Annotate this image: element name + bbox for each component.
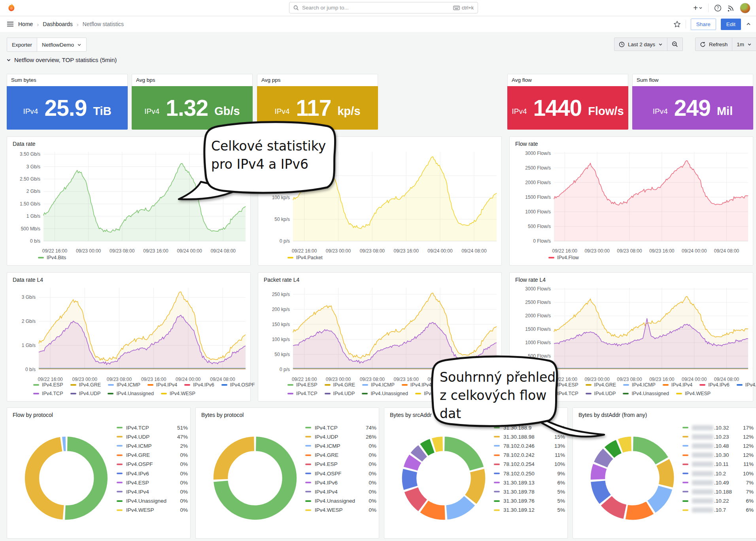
legend-item[interactable]: IPv4.ESP [33,382,63,388]
panel-bytes-by-dstaddr[interactable]: Bytes by dstAddr (from any).10.3217%.10.… [573,407,756,539]
add-new-button[interactable]: + [693,4,703,12]
legend-item[interactable]: .10.226% [682,497,754,505]
edit-button[interactable]: Edit [721,19,741,30]
star-icon[interactable] [673,21,681,28]
legend-item[interactable]: IPv4.WESP [161,391,195,396]
legend-item[interactable]: IPv4.IPv40% [305,488,376,496]
panel-bytes-by-protocol[interactable]: Bytes by protocolIPv4.TCP74%IPv4.UDP26%I… [195,407,379,539]
legend-item[interactable]: IPv4.UDP [70,391,101,396]
legend-item[interactable]: IPv4.Packet [287,255,323,260]
legend-item[interactable]: .10.1887% [682,488,754,496]
legend-item[interactable]: IPv4.Unassigned0% [117,497,188,505]
user-avatar[interactable] [740,3,750,13]
panel-flow-rate-l4[interactable]: Flow rate L43000 Flow/s2500 Flow/s2000 F… [509,272,753,402]
panel-bytes-by-srcaddr[interactable]: Bytes by srcAddr31.30.188.921%31.30.188.… [384,407,568,539]
legend-item[interactable]: .10.4812% [682,442,754,450]
legend-item[interactable]: .10.3012% [682,451,754,459]
legend-item[interactable]: IPv4.WESP [676,391,711,396]
legend-item[interactable]: IPv4.WESP0% [117,506,188,514]
legend-item[interactable]: IPv4.IPv4 [147,382,178,388]
legend-item[interactable]: IPv4.ESP0% [305,460,376,468]
legend-item[interactable]: IPv4.ICMP [362,382,395,388]
panel-packet-rate-l4[interactable]: Packet rate L4250 kp/s200 kp/s150 kp/s10… [258,272,502,402]
timeseries-chart[interactable]: 3000 Flow/s2500 Flow/s2000 Flow/s1500 Fl… [510,137,753,265]
legend-item[interactable]: 31.30.188.9815% [494,433,565,441]
panel-packet-rate[interactable]: Packet rate150 kp/s100 kp/s50 kp/s0 p/s0… [258,136,502,266]
legend-item[interactable]: IPv4.Unassigned [362,391,408,396]
legend-item[interactable]: IPv4.IPv4 [663,382,693,388]
panel-title[interactable]: Avg pps [261,77,281,83]
legend-item[interactable]: IPv4.TCP [287,391,318,396]
panel-flow-by-protocol[interactable]: Flow by protocolIPv4.TCP51%IPv4.UDP47%IP… [7,407,191,539]
legend-item[interactable]: IPv4.GRE [70,382,101,388]
legend-item[interactable]: IPv4.GRE [325,382,355,388]
share-button[interactable]: Share [691,19,716,30]
legend-item[interactable]: IPv4.Bits [38,255,66,260]
legend-item[interactable]: IPv4.ESP0% [117,479,188,486]
refresh-button[interactable]: Refresh [695,38,732,51]
legend-item[interactable]: IPv4.GRE [586,382,616,388]
legend-item[interactable]: 31.30.189.125% [494,506,565,514]
legend-item[interactable]: IPv4.ICMP2% [117,442,188,450]
legend-item[interactable]: IPv4.WESP0% [305,506,376,514]
news-rss-icon[interactable] [727,4,734,11]
panel-title[interactable]: Sum flow [637,77,659,83]
legend-item[interactable]: IPv4.IPv40% [117,488,188,496]
legend-item[interactable]: IPv4.TCP [548,391,578,396]
panel-flow-rate[interactable]: Flow rate3000 Flow/s2500 Flow/s2000 Flow… [509,136,753,266]
legend-item[interactable]: IPv4.TCP51% [117,424,188,432]
legend-item[interactable]: 78.102.0.24613% [494,442,565,450]
legend-item[interactable]: IPv4.Unassigned0% [305,497,376,505]
breadcrumb-dashboards[interactable]: Dashboards [43,21,73,27]
legend-item[interactable]: .10.3217% [682,424,754,432]
legend-item[interactable]: IPv4.ESP [548,382,578,388]
legend-item[interactable]: .10.1111% [682,460,754,468]
legend-item[interactable]: 78.102.0.2509% [494,469,565,477]
legend-item[interactable]: 78.102.0.24211% [494,451,565,459]
refresh-interval-dropdown[interactable]: 1m [732,38,756,51]
time-range-picker[interactable]: Last 2 days [614,38,667,51]
legend-item[interactable]: IPv4.IPv60% [305,479,376,486]
legend-item[interactable]: IPv4.ESP [287,382,318,388]
legend-item[interactable]: IPv4.UDP [586,391,616,396]
legend-item[interactable]: IPv4.Flow [548,255,579,260]
legend-item[interactable]: 31.30.189.785% [494,488,565,496]
legend-item[interactable]: IPv4.OSPF [221,382,255,388]
menu-hamburger-icon[interactable] [6,20,14,28]
legend-item[interactable]: IPv4.IPv60% [117,469,188,477]
legend-item[interactable]: IPv4.IPv6 [438,382,469,388]
legend-item[interactable]: IPv4.OSPF0% [305,469,376,477]
search-input[interactable]: Search or jump to... ctrl+k [289,2,478,13]
legend-item[interactable]: IPv4.OSPF0% [117,460,188,468]
legend-item[interactable]: .10.210% [682,469,754,477]
legend-item[interactable]: IPv4.IPv6 [184,382,214,388]
legend-item[interactable]: IPv4.OSPF [737,382,756,388]
panel-data-rate[interactable]: Data rate3.50 Gb/s3 Gb/s2.50 Gb/s2 Gb/s1… [7,136,251,266]
legend-item[interactable]: .10.76% [682,506,754,514]
grafana-logo-icon[interactable] [6,3,17,13]
legend-item[interactable]: 78.102.0.25410% [494,460,565,468]
legend-item[interactable]: IPv4.IPv4 [402,382,432,388]
zoom-out-button[interactable] [667,38,683,51]
legend-item[interactable]: IPv4.GRE0% [305,451,376,459]
legend-item[interactable]: .10.497% [682,479,754,486]
legend-item[interactable]: 31.30.188.921% [494,424,565,432]
panel-title[interactable]: Avg flow [512,77,532,83]
legend-item[interactable]: IPv4.TCP74% [305,424,376,432]
row-section-toggle[interactable]: Netflow overview, TOP statistics (5min) [6,57,117,63]
legend-item[interactable]: IPv4.UDP47% [117,433,188,441]
legend-item[interactable]: IPv4.TCP [33,391,63,396]
legend-item[interactable]: IPv4.ICMP [623,382,656,388]
legend-item[interactable]: 31.30.189.136% [494,479,565,486]
help-icon[interactable]: ? [714,4,722,12]
timeseries-chart[interactable]: 150 kp/s100 kp/s50 kp/s0 p/s09/22 16:000… [258,137,501,265]
breadcrumb-home[interactable]: Home [18,21,33,27]
legend-item[interactable]: .10.2312% [682,433,754,441]
legend-item[interactable]: IPv4.Unassigned [108,391,154,396]
exporter-value-dropdown[interactable]: NetflowDemo [37,38,86,51]
timeseries-chart[interactable]: 3.50 Gb/s3 Gb/s2.50 Gb/s2 Gb/s1.50 Gb/s1… [7,137,250,265]
legend-item[interactable]: IPv4.OSPF [476,382,509,388]
legend-item[interactable]: 31.30.189.765% [494,497,565,505]
legend-item[interactable]: IPv4.Unassigned [623,391,669,396]
legend-item[interactable]: IPv4.UDP26% [305,433,376,441]
